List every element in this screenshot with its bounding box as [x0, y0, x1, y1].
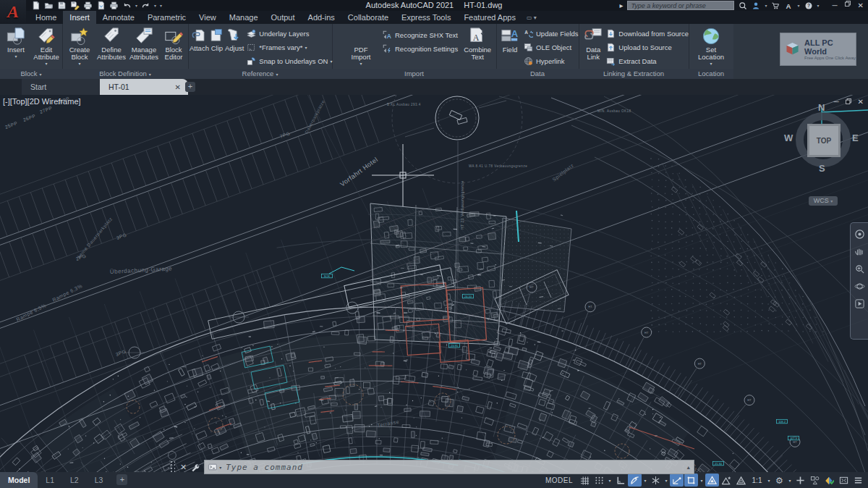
tab-featured-apps[interactable]: Featured Apps — [457, 11, 522, 24]
tab-manage[interactable]: Manage — [223, 11, 265, 24]
extract-data-button[interactable]: Extract Data — [606, 54, 689, 68]
command-input[interactable] — [224, 462, 686, 473]
tab-express-tools[interactable]: Express Tools — [395, 11, 457, 24]
clean-button[interactable] — [837, 474, 851, 487]
tab-view[interactable]: View — [192, 11, 223, 24]
define-attributes-button[interactable]: Define Attributes — [95, 25, 127, 61]
tab-collaborate[interactable]: Collaborate — [341, 11, 395, 24]
panel-title-data[interactable]: Data — [496, 69, 579, 79]
autodesk-apps-icon[interactable]: A — [784, 1, 793, 10]
orbit-icon[interactable] — [854, 281, 865, 292]
sign-in-icon[interactable] — [752, 1, 760, 10]
nav-wheel-icon[interactable] — [854, 229, 865, 240]
osnap-button[interactable] — [684, 474, 698, 487]
show-motion-icon[interactable] — [854, 298, 865, 309]
ortho-button[interactable] — [613, 474, 627, 487]
keyword-search-input[interactable] — [627, 1, 734, 10]
app-store-cart-icon[interactable] — [771, 1, 780, 10]
viewcube[interactable]: N W E S TOP — [794, 111, 852, 169]
otrack-button[interactable] — [670, 474, 684, 487]
upload-to-source-button[interactable]: Upload to Source — [606, 41, 689, 54]
underlay-layers-button[interactable]: Underlay Layers — [247, 27, 332, 41]
pdf-import-button[interactable]: PDF Import▾ — [345, 25, 377, 66]
file-tab-start[interactable]: Start — [22, 79, 107, 95]
drawing-minimize-icon[interactable]: ─ — [834, 98, 839, 106]
recognition-settings-button[interactable]: Recognition Settings — [383, 42, 458, 56]
search-icon[interactable] — [739, 1, 747, 10]
manage-attributes-button[interactable]: Manage Attributes — [128, 25, 160, 61]
sign-in-caret-icon[interactable]: ▾ — [765, 3, 767, 8]
plus-button[interactable] — [793, 474, 807, 487]
download-from-source-button[interactable]: Download from Source — [606, 27, 689, 41]
scale-value-button[interactable]: 1:1 — [749, 474, 765, 487]
panel-title-linking[interactable]: Linking & Extraction — [579, 69, 689, 79]
panel-title-import[interactable]: Import — [332, 69, 496, 79]
viewport-controls-label[interactable]: [-][Top][2D Wireframe] — [3, 97, 81, 106]
drawing-close-icon[interactable]: ✕ — [858, 98, 864, 106]
command-line-bar[interactable]: ▾ ▲ — [204, 460, 694, 474]
panel-title-reference[interactable]: Reference▾ — [188, 69, 332, 79]
close-button[interactable]: ✕ — [858, 0, 864, 11]
command-bar-close-icon[interactable]: ✕ — [180, 463, 187, 472]
edit-attribute-button[interactable]: Edit Attribute▾ — [30, 25, 62, 66]
layout-tab-l3[interactable]: L3 — [87, 472, 111, 488]
grid-button[interactable] — [578, 474, 592, 487]
viewcube-south[interactable]: S — [819, 163, 825, 174]
field-button[interactable]: A Field — [498, 25, 522, 54]
panel-title-block[interactable]: Block▾ — [0, 69, 62, 79]
file-tab-close-icon[interactable]: ✕ — [175, 83, 181, 91]
command-bar-customize-icon[interactable] — [190, 463, 200, 472]
new-layout-button[interactable]: + — [116, 474, 127, 485]
drawing-restore-icon[interactable] — [845, 98, 852, 105]
combine-text-button[interactable]: A Combine Text — [462, 25, 493, 61]
apps-caret-icon[interactable]: ▾ — [797, 3, 799, 8]
clip-button[interactable]: Clip — [209, 25, 225, 52]
block-editor-button[interactable]: Block Editor — [161, 25, 187, 61]
model-space-button[interactable]: MODEL — [545, 476, 573, 484]
recognize-shx-button[interactable]: A Recognize SHX Text — [383, 28, 458, 42]
search-collapse-icon[interactable]: ▸ — [619, 0, 623, 11]
osnap-caret-icon[interactable]: ▾ — [699, 478, 705, 483]
create-block-button[interactable]: Create Block▾ — [64, 25, 95, 66]
help-icon[interactable]: ? — [804, 1, 813, 10]
annot-auto-button[interactable] — [720, 474, 733, 487]
set-location-button[interactable]: Set Location▾ — [692, 25, 730, 66]
isolate-button[interactable] — [808, 474, 822, 487]
hyperlink-button[interactable]: Hyperlink — [524, 54, 579, 68]
isodraft-caret-icon[interactable]: ▾ — [663, 478, 669, 483]
drawing-area[interactable]: HTHTHTHTHTHTHTHTHT24.1023.95118.2117.921… — [0, 95, 868, 472]
tab-annotate[interactable]: Annotate — [96, 11, 141, 24]
annot-scale-button[interactable] — [734, 474, 748, 487]
new-drawing-tab-button[interactable]: + — [185, 82, 195, 92]
viewcube-top-face[interactable]: TOP — [807, 124, 841, 157]
panel-title-block-definition[interactable]: Block Definition▾ — [62, 69, 188, 79]
command-history-up-icon[interactable]: ▲ — [686, 465, 691, 470]
tab-home[interactable]: Home — [29, 11, 63, 24]
viewcube-east[interactable]: E — [852, 132, 859, 143]
command-bar-drag-handle[interactable] — [171, 461, 177, 473]
insert-block-button[interactable]: Insert▾ — [3, 25, 29, 59]
nav-zoom-icon[interactable] — [854, 264, 865, 274]
minimize-button[interactable]: ─ — [833, 0, 838, 11]
scale-value-caret-icon[interactable]: ▾ — [766, 478, 772, 483]
restore-button[interactable] — [844, 0, 851, 7]
gear-caret-icon[interactable]: ▾ — [787, 478, 793, 483]
tab-insert[interactable]: Insert — [63, 11, 96, 24]
viewcube-west[interactable]: W — [784, 132, 793, 143]
gfx-button[interactable] — [822, 474, 836, 487]
panel-title-location[interactable]: Location — [689, 69, 733, 79]
attach-button[interactable]: Attach — [190, 25, 209, 52]
data-link-button[interactable]: Data Link — [582, 25, 605, 61]
adjust-button[interactable]: Adjust — [225, 25, 244, 52]
snap-caret-icon[interactable]: ▾ — [607, 478, 613, 483]
snap-button[interactable] — [592, 474, 606, 487]
file-tab-ht01[interactable]: HT-01 ✕ — [100, 79, 188, 95]
annot-vis-button[interactable] — [705, 474, 719, 487]
frames-vary-button[interactable]: *Frames vary*▾ — [247, 41, 332, 54]
drawing-canvas[interactable]: HTHTHTHTHTHTHTHTHT24.1023.95118.2117.921… — [0, 95, 868, 472]
layout-tab-l2[interactable]: L2 — [62, 472, 87, 488]
viewcube-north[interactable]: N — [818, 102, 825, 113]
tab-parametric[interactable]: Parametric — [141, 11, 192, 24]
help-caret-icon[interactable]: ▾ — [817, 3, 820, 8]
polar-button[interactable] — [628, 474, 642, 487]
